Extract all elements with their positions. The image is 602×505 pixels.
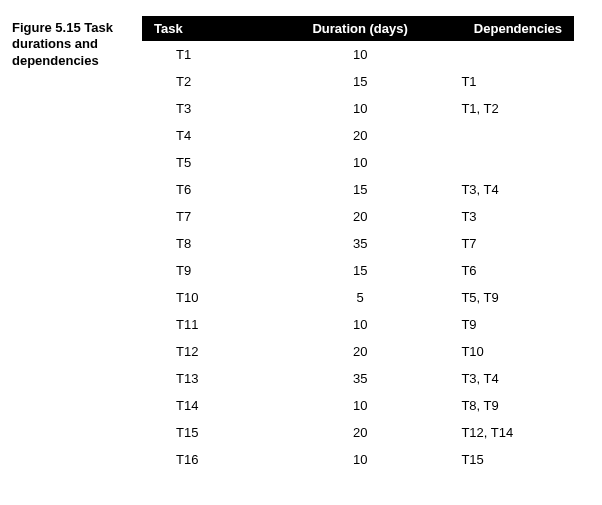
- cell-task: T1: [142, 41, 289, 68]
- cell-task: T16: [142, 446, 289, 473]
- cell-duration: 10: [289, 41, 432, 68]
- cell-dependencies: T1: [431, 68, 574, 95]
- cell-dependencies: T1, T2: [431, 95, 574, 122]
- table-row: T420: [142, 122, 574, 149]
- cell-duration: 20: [289, 338, 432, 365]
- cell-dependencies: T15: [431, 446, 574, 473]
- cell-task: T4: [142, 122, 289, 149]
- cell-dependencies: T9: [431, 311, 574, 338]
- cell-dependencies: T7: [431, 230, 574, 257]
- header-duration: Duration (days): [289, 16, 432, 41]
- table-row: T720T3: [142, 203, 574, 230]
- task-table: Task Duration (days) Dependencies T110 T…: [142, 16, 574, 473]
- cell-duration: 20: [289, 203, 432, 230]
- table-row: T615T3, T4: [142, 176, 574, 203]
- cell-task: T7: [142, 203, 289, 230]
- cell-duration: 15: [289, 176, 432, 203]
- cell-duration: 35: [289, 230, 432, 257]
- cell-dependencies: [431, 149, 574, 176]
- table-row: T110: [142, 41, 574, 68]
- cell-duration: 5: [289, 284, 432, 311]
- cell-task: T11: [142, 311, 289, 338]
- cell-dependencies: [431, 41, 574, 68]
- cell-duration: 15: [289, 68, 432, 95]
- cell-duration: 15: [289, 257, 432, 284]
- cell-duration: 20: [289, 122, 432, 149]
- table-row: T105T5, T9: [142, 284, 574, 311]
- cell-dependencies: T6: [431, 257, 574, 284]
- cell-duration: 20: [289, 419, 432, 446]
- cell-task: T8: [142, 230, 289, 257]
- cell-task: T9: [142, 257, 289, 284]
- table-row: T915T6: [142, 257, 574, 284]
- table-header: Task Duration (days) Dependencies: [142, 16, 574, 41]
- cell-dependencies: T5, T9: [431, 284, 574, 311]
- table-body: T110 T215T1 T310T1, T2 T420 T510 T615T3,…: [142, 41, 574, 473]
- table-row: T1335T3, T4: [142, 365, 574, 392]
- table-row: T1520T12, T14: [142, 419, 574, 446]
- table-row: T1110T9: [142, 311, 574, 338]
- cell-duration: 10: [289, 392, 432, 419]
- table-row: T1610T15: [142, 446, 574, 473]
- cell-duration: 10: [289, 149, 432, 176]
- cell-duration: 10: [289, 311, 432, 338]
- cell-task: T6: [142, 176, 289, 203]
- cell-task: T5: [142, 149, 289, 176]
- cell-dependencies: T3, T4: [431, 176, 574, 203]
- cell-dependencies: T8, T9: [431, 392, 574, 419]
- cell-task: T12: [142, 338, 289, 365]
- cell-dependencies: T12, T14: [431, 419, 574, 446]
- table-row: T310T1, T2: [142, 95, 574, 122]
- cell-task: T13: [142, 365, 289, 392]
- header-dependencies: Dependencies: [431, 16, 574, 41]
- table-row: T215T1: [142, 68, 574, 95]
- header-task: Task: [142, 16, 289, 41]
- table-row: T1220T10: [142, 338, 574, 365]
- cell-task: T2: [142, 68, 289, 95]
- cell-duration: 10: [289, 446, 432, 473]
- cell-dependencies: T10: [431, 338, 574, 365]
- table-row: T1410T8, T9: [142, 392, 574, 419]
- cell-duration: 35: [289, 365, 432, 392]
- table-row: T835T7: [142, 230, 574, 257]
- cell-dependencies: T3, T4: [431, 365, 574, 392]
- figure-caption: Figure 5.15 Task durations and dependenc…: [12, 16, 142, 489]
- page: Figure 5.15 Task durations and dependenc…: [0, 0, 602, 505]
- table-row: T510: [142, 149, 574, 176]
- cell-dependencies: T3: [431, 203, 574, 230]
- cell-task: T10: [142, 284, 289, 311]
- cell-task: T14: [142, 392, 289, 419]
- cell-duration: 10: [289, 95, 432, 122]
- cell-dependencies: [431, 122, 574, 149]
- task-table-wrap: Task Duration (days) Dependencies T110 T…: [142, 16, 574, 489]
- cell-task: T3: [142, 95, 289, 122]
- cell-task: T15: [142, 419, 289, 446]
